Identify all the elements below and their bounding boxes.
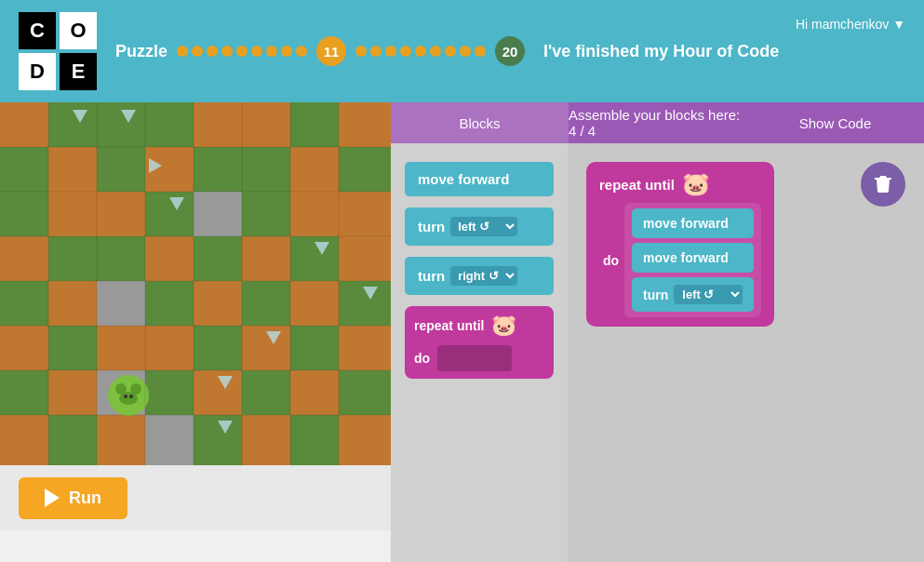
tab-assemble[interactable]: Assemble your blocks here: 4 / 4 bbox=[569, 102, 746, 143]
assembled-blocks-container: repeat until 🐷 do move forward move forw… bbox=[586, 162, 905, 327]
puzzle-progress: Puzzle 11 20 I've finished my Hour of Co… bbox=[115, 36, 905, 66]
turn-left-dropdown[interactable]: left ↺ right ↺ bbox=[450, 217, 517, 236]
svg-rect-62 bbox=[290, 415, 339, 465]
blocks-panel: Blocks Assemble your blocks here: 4 / 4 … bbox=[391, 102, 924, 562]
svg-point-77 bbox=[124, 395, 127, 398]
run-button-area: Run bbox=[0, 465, 391, 530]
svg-rect-8 bbox=[0, 147, 48, 192]
svg-rect-10 bbox=[97, 147, 145, 192]
svg-rect-60 bbox=[194, 415, 242, 465]
svg-rect-17 bbox=[48, 192, 97, 236]
svg-rect-59 bbox=[145, 415, 194, 465]
assembled-move-forward-1[interactable]: move forward bbox=[632, 208, 754, 238]
pig-icon: 🐷 bbox=[491, 314, 516, 338]
dots-before bbox=[177, 46, 307, 57]
logo-o: O bbox=[60, 12, 97, 49]
user-menu[interactable]: Hi mamchenkov ▼ bbox=[796, 17, 905, 32]
svg-rect-33 bbox=[48, 281, 97, 326]
svg-rect-23 bbox=[339, 192, 391, 236]
svg-rect-35 bbox=[145, 281, 194, 326]
blocks-list: move forward turn left ↺ right ↺ turn ri… bbox=[391, 143, 568, 562]
assembled-turn-label: turn bbox=[643, 288, 668, 302]
game-area: Run bbox=[0, 102, 391, 562]
svg-rect-12 bbox=[194, 147, 242, 192]
svg-rect-30 bbox=[290, 236, 339, 281]
svg-rect-6 bbox=[290, 102, 339, 147]
svg-point-76 bbox=[119, 392, 138, 405]
assembled-repeat-header: repeat until 🐷 bbox=[599, 171, 761, 197]
turn-right-dropdown[interactable]: right ↺ left ↺ bbox=[450, 266, 517, 286]
svg-rect-4 bbox=[194, 102, 242, 147]
assembled-turn-left[interactable]: turn left ↺ right ↺ bbox=[632, 277, 754, 312]
turn-right-block[interactable]: turn right ↺ left ↺ bbox=[405, 257, 554, 295]
svg-rect-41 bbox=[48, 326, 97, 370]
logo: C O D E bbox=[19, 12, 97, 90]
tab-blocks[interactable]: Blocks bbox=[391, 102, 569, 143]
run-button[interactable]: Run bbox=[19, 477, 127, 519]
svg-rect-27 bbox=[145, 236, 194, 281]
tab-show-code[interactable]: Show Code bbox=[746, 102, 924, 143]
svg-rect-9 bbox=[48, 147, 97, 192]
svg-rect-29 bbox=[242, 236, 290, 281]
svg-rect-22 bbox=[290, 192, 339, 236]
panel-tabs: Blocks Assemble your blocks here: 4 / 4 … bbox=[391, 102, 924, 143]
assembled-turn-dropdown[interactable]: left ↺ right ↺ bbox=[674, 285, 743, 304]
svg-rect-48 bbox=[0, 370, 48, 415]
svg-rect-61 bbox=[242, 415, 290, 465]
logo-d: D bbox=[19, 53, 56, 90]
svg-rect-28 bbox=[194, 236, 242, 281]
dot-5 bbox=[236, 46, 248, 57]
svg-rect-43 bbox=[145, 326, 194, 370]
panel-content: move forward turn left ↺ right ↺ turn ri… bbox=[391, 143, 924, 562]
dot-7 bbox=[266, 46, 277, 57]
repeat-until-block[interactable]: repeat until 🐷 do bbox=[405, 306, 554, 379]
trash-button[interactable] bbox=[861, 162, 905, 207]
dot-a4 bbox=[400, 46, 411, 57]
dot-6 bbox=[251, 46, 262, 57]
svg-rect-5 bbox=[242, 102, 290, 147]
svg-rect-57 bbox=[48, 415, 97, 465]
svg-rect-51 bbox=[145, 370, 194, 415]
dot-a2 bbox=[370, 46, 382, 57]
assembled-move-forward-2[interactable]: move forward bbox=[632, 243, 754, 273]
svg-rect-32 bbox=[0, 281, 48, 326]
svg-rect-47 bbox=[339, 326, 391, 370]
svg-rect-63 bbox=[339, 415, 391, 465]
move-forward-block[interactable]: move forward bbox=[405, 162, 554, 196]
do-slot[interactable] bbox=[437, 345, 512, 371]
svg-rect-34 bbox=[97, 281, 145, 326]
svg-rect-13 bbox=[242, 147, 290, 192]
dot-a9 bbox=[475, 46, 486, 57]
play-icon bbox=[45, 488, 60, 507]
dot-a1 bbox=[355, 46, 367, 57]
svg-rect-36 bbox=[194, 281, 242, 326]
svg-rect-1 bbox=[48, 102, 97, 147]
svg-rect-2 bbox=[97, 102, 145, 147]
dot-3 bbox=[207, 46, 218, 57]
svg-rect-31 bbox=[339, 236, 391, 281]
puzzle-badge-11[interactable]: 11 bbox=[316, 36, 346, 66]
turn-left-block[interactable]: turn left ↺ right ↺ bbox=[405, 207, 554, 246]
dot-9 bbox=[296, 46, 307, 57]
svg-rect-3 bbox=[145, 102, 194, 147]
svg-rect-52 bbox=[194, 370, 242, 415]
trash-icon-svg bbox=[872, 173, 894, 195]
svg-rect-42 bbox=[97, 326, 145, 370]
svg-rect-24 bbox=[0, 236, 48, 281]
turn-left-text-label: turn bbox=[418, 219, 445, 234]
assembled-repeat-block[interactable]: repeat until 🐷 do move forward move forw… bbox=[586, 162, 774, 327]
game-canvas bbox=[0, 102, 391, 465]
svg-rect-19 bbox=[145, 192, 194, 236]
assemble-area[interactable]: repeat until 🐷 do move forward move forw… bbox=[568, 143, 924, 562]
dot-4 bbox=[221, 46, 233, 57]
run-label: Run bbox=[69, 488, 101, 508]
logo-c: C bbox=[19, 12, 56, 49]
dot-1 bbox=[177, 46, 188, 57]
svg-rect-20 bbox=[194, 192, 242, 236]
puzzle-badge-20[interactable]: 20 bbox=[495, 36, 525, 66]
svg-point-78 bbox=[129, 395, 133, 398]
svg-rect-56 bbox=[0, 415, 48, 465]
dot-a3 bbox=[385, 46, 396, 57]
assembled-do-label: do bbox=[603, 253, 619, 268]
dot-a6 bbox=[430, 46, 441, 57]
